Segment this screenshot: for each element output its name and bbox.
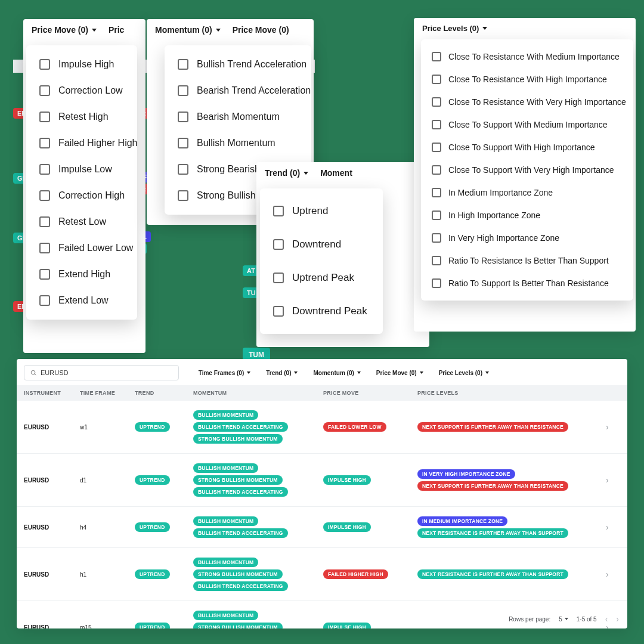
filter-option[interactable]: Close To Support With High Importance	[421, 136, 633, 159]
filter-option[interactable]: Bullish Momentum	[165, 130, 311, 156]
option-label: Ratio To Support Is Better Than Resistan…	[448, 278, 609, 288]
cell-pricelevels: IN MEDIUM IMPORTANCE ZONENEXT RESISTANCE…	[417, 515, 606, 539]
filter-option[interactable]: Downtrend Peak	[260, 295, 383, 328]
row-expand-icon[interactable]: ›	[606, 569, 620, 579]
table-filter[interactable]: Price Levels (0)	[439, 370, 489, 376]
table-filter[interactable]: Price Move (0)	[376, 370, 423, 376]
filter-option[interactable]: Bearish Trend Acceleration	[165, 78, 311, 104]
filter-secondary[interactable]: Pric	[109, 25, 124, 35]
row-expand-icon[interactable]: ›	[606, 522, 620, 532]
option-label: In High Importance Zone	[448, 210, 540, 220]
filter-option[interactable]: Retest High	[26, 104, 137, 130]
filter-option[interactable]: Failed Higher High	[26, 130, 137, 156]
chevron-down-icon	[420, 371, 423, 374]
table-row[interactable]: EURUSDd1UPTRENDBULLISH MOMENTUMSTRONG BU…	[17, 454, 627, 507]
filter-price-move[interactable]: Price Move (0)	[32, 25, 97, 35]
filter-option[interactable]: In Medium Importance Zone	[421, 181, 633, 204]
filter-option[interactable]: Correction Low	[26, 78, 137, 104]
checkbox-icon	[273, 239, 284, 250]
checkbox-icon	[432, 52, 441, 61]
filter-option[interactable]: Close To Resistance With High Importance	[421, 68, 633, 91]
filter-price-levels[interactable]: Price Levels (0)	[422, 24, 487, 33]
filter-trend[interactable]: Trend (0)	[265, 168, 308, 178]
pager-rows-label: Rows per page:	[509, 616, 550, 623]
filter-secondary[interactable]: Price Move (0)	[233, 25, 289, 35]
option-label: Close To Support With Medium Importance	[448, 120, 608, 129]
filter-option[interactable]: Bullish Trend Acceleration	[165, 51, 311, 78]
filter-option[interactable]: Downtrend	[260, 228, 383, 261]
checkbox-icon	[178, 164, 188, 175]
checkbox-icon	[39, 216, 50, 227]
option-label: Correction Low	[58, 85, 123, 96]
search-input-wrap[interactable]: EURUSD	[24, 365, 179, 380]
filter-option[interactable]: Ratio To Support Is Better Than Resistan…	[421, 272, 633, 295]
table-row[interactable]: EURUSDh1UPTRENDBULLISH MOMENTUMSTRONG BU…	[17, 548, 627, 601]
cell-timeframe: h4	[80, 524, 135, 531]
table-filter[interactable]: Momentum (0)	[313, 370, 360, 376]
chevron-down-icon	[485, 371, 489, 374]
chevron-down-icon	[482, 27, 487, 30]
filter-option[interactable]: In High Importance Zone	[421, 204, 633, 227]
option-label: In Very High Importance Zone	[448, 233, 559, 243]
th-pricelevels: PRICE LEVELS	[417, 390, 606, 396]
filter-option[interactable]: Uptrend	[260, 194, 383, 228]
table-row[interactable]: EURUSDh4UPTRENDBULLISH MOMENTUMBULLISH T…	[17, 507, 627, 548]
results-table-panel: EURUSD Time Frames (0)Trend (0)Momentum …	[17, 359, 627, 628]
table-row[interactable]: EURUSDw1UPTRENDBULLISH MOMENTUMBULLISH T…	[17, 401, 627, 454]
cell-timeframe: m15	[80, 624, 135, 629]
search-value: EURUSD	[41, 369, 68, 376]
table-filter[interactable]: Time Frames (0)	[199, 370, 251, 376]
filter-option[interactable]: Extend High	[26, 261, 137, 287]
pager-prev[interactable]: ‹	[605, 614, 608, 624]
filter-option[interactable]: Close To Support With Very High Importan…	[421, 159, 633, 181]
filter-option[interactable]: Extend Low	[26, 287, 137, 314]
cell-momentum: BULLISH MOMENTUMBULLISH TREND ACCELERATI…	[193, 515, 323, 539]
checkbox-icon	[432, 210, 441, 220]
th-momentum: MOMENTUM	[193, 390, 323, 396]
option-label: In Medium Importance Zone	[448, 188, 553, 197]
chevron-down-icon	[304, 172, 308, 175]
cell-trend: UPTREND	[135, 421, 193, 433]
pager-rows-select[interactable]: 5	[559, 616, 568, 623]
pager-next[interactable]: ›	[616, 614, 619, 624]
dropdown-trend: UptrendDowntrendUptrend PeakDowntrend Pe…	[260, 188, 383, 334]
filter-option[interactable]: Bearish Momentum	[165, 104, 311, 130]
filter-option[interactable]: Close To Support With Medium Importance	[421, 113, 633, 136]
checkbox-icon	[432, 165, 441, 175]
svg-line-1	[35, 373, 36, 374]
option-label: Downtrend	[292, 239, 341, 250]
option-label: Close To Resistance With Medium Importan…	[448, 52, 620, 61]
chevron-down-icon	[92, 29, 97, 32]
filter-option[interactable]: Impulse Low	[26, 156, 137, 182]
filter-option[interactable]: In Very High Importance Zone	[421, 227, 633, 249]
filter-option[interactable]: Ratio To Resistance Is Better Than Suppo…	[421, 249, 633, 272]
filter-option[interactable]: Retest Low	[26, 209, 137, 235]
filter-option[interactable]: Close To Resistance With Medium Importan…	[421, 45, 633, 68]
option-label: Extend Low	[58, 295, 109, 306]
row-expand-icon[interactable]: ›	[606, 422, 620, 432]
filter-secondary[interactable]: Moment	[320, 168, 352, 178]
option-label: Extend High	[58, 269, 110, 280]
filter-momentum[interactable]: Momentum (0)	[155, 25, 221, 35]
checkbox-icon	[39, 112, 50, 122]
row-expand-icon[interactable]: ›	[606, 475, 620, 485]
cell-pricemove: FAILED LOWER LOW	[323, 421, 417, 433]
filter-option[interactable]: Correction High	[26, 182, 137, 209]
pager: Rows per page: 5 1-5 of 5 ‹ ›	[509, 614, 619, 624]
filter-option[interactable]: Uptrend Peak	[260, 261, 383, 295]
filter-option[interactable]: Close To Resistance With Very High Impor…	[421, 91, 633, 113]
option-label: Close To Resistance With Very High Impor…	[448, 97, 626, 107]
filter-option[interactable]: Impulse High	[26, 51, 137, 78]
option-label: Uptrend Peak	[292, 272, 354, 284]
filter-option[interactable]: Failed Lower Low	[26, 235, 137, 261]
checkbox-icon	[39, 85, 50, 96]
checkbox-icon	[39, 243, 50, 253]
option-label: Downtrend Peak	[292, 305, 367, 317]
option-label: Bullish Trend Acceleration	[197, 59, 306, 70]
checkbox-icon	[178, 112, 188, 122]
table-filter[interactable]: Trend (0)	[266, 370, 298, 376]
checkbox-icon	[39, 138, 50, 148]
cell-instrument: EURUSD	[24, 624, 80, 629]
checkbox-icon	[178, 85, 188, 96]
checkbox-icon	[39, 295, 50, 306]
